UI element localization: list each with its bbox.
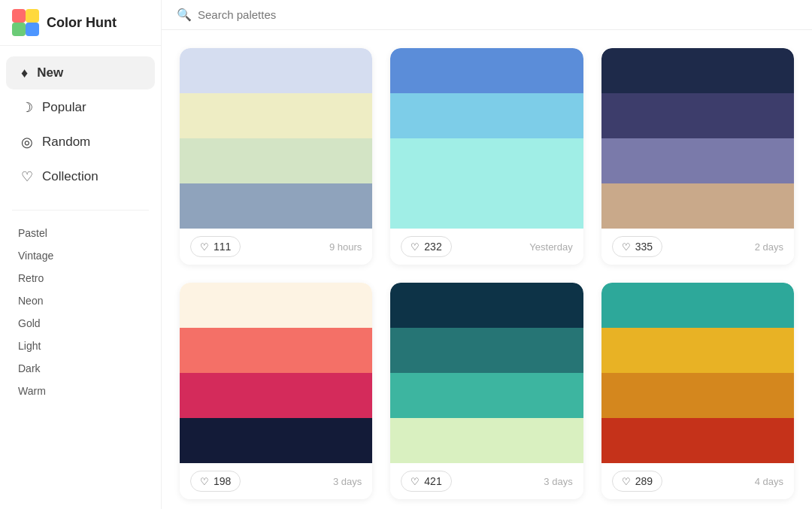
svg-rect-2 [12,23,26,36]
palette-footer-6: ♡2894 days [601,463,794,499]
color-strip-6-4 [601,418,794,463]
tag-light[interactable]: Light [15,335,146,356]
palette-colors-6 [601,283,794,463]
color-strip-3-1 [601,48,794,93]
palette-card-3[interactable]: ♡3352 days [601,48,794,265]
color-strip-1-3 [180,138,372,183]
search-bar: 🔍 [162,0,812,30]
moon-icon: ☽ [21,101,33,114]
like-count: 232 [424,241,441,253]
color-strip-2-4 [390,183,583,229]
color-strip-6-3 [601,373,794,418]
palette-footer-1: ♡1119 hours [180,229,372,265]
heart-icon: ♡ [200,476,209,487]
tag-pastel[interactable]: Pastel [15,223,146,244]
like-count: 111 [214,241,231,253]
heart-icon: ♡ [622,476,631,487]
color-strip-2-2 [390,93,583,138]
tag-dark[interactable]: Dark [15,358,146,379]
palette-card-6[interactable]: ♡2894 days [601,283,794,499]
color-strip-5-4 [390,418,583,463]
color-strip-2-1 [390,48,583,93]
svg-rect-3 [26,23,39,36]
svg-rect-0 [12,9,26,23]
time-label-3: 2 days [755,241,783,253]
color-strip-6-1 [601,283,794,328]
palette-colors-5 [390,283,583,463]
time-label-1: 9 hours [329,241,362,253]
color-strip-5-3 [390,373,583,418]
nav-item-new[interactable]: ♦ New [6,56,155,89]
palette-card-5[interactable]: ♡4213 days [390,283,583,499]
like-count: 335 [635,241,653,253]
palette-footer-2: ♡232Yesterday [390,229,583,265]
color-strip-4-3 [180,373,372,418]
palette-colors-2 [390,48,583,229]
logo-icon [12,9,39,36]
spiral-icon: ◎ [21,135,33,149]
nav-item-popular[interactable]: ☽ Popular [6,91,155,124]
tag-list: Pastel Vintage Retro Neon Gold Light Dar… [0,217,161,408]
palette-card-2[interactable]: ♡232Yesterday [390,48,583,265]
main-content: 🔍 ♡1119 hours♡232Yesterday♡3352 days♡198… [162,0,812,509]
nav-divider [12,210,149,211]
nav-label-popular: Popular [42,100,86,115]
tag-gold[interactable]: Gold [15,313,146,334]
palette-footer-3: ♡3352 days [601,229,794,265]
heart-icon: ♡ [622,241,631,253]
like-count: 289 [635,475,653,487]
palette-card-1[interactable]: ♡1119 hours [180,48,372,265]
color-strip-3-3 [601,138,794,183]
color-strip-4-1 [180,283,372,328]
diamond-icon: ♦ [21,66,28,80]
color-strip-1-4 [180,183,372,229]
like-button-1[interactable]: ♡111 [190,236,241,257]
color-strip-1-2 [180,93,372,138]
like-button-5[interactable]: ♡421 [401,471,451,492]
tag-vintage[interactable]: Vintage [15,245,146,266]
nav-label-collection: Collection [42,169,98,184]
time-label-6: 4 days [755,476,783,487]
color-strip-4-2 [180,328,372,373]
color-strip-3-2 [601,93,794,138]
palette-footer-4: ♡1983 days [180,463,372,499]
heart-icon: ♡ [200,241,209,253]
nav-item-collection[interactable]: ♡ Collection [6,160,155,193]
like-button-4[interactable]: ♡198 [190,471,241,492]
color-strip-5-2 [390,328,583,373]
like-button-2[interactable]: ♡232 [401,236,451,257]
time-label-2: Yesterday [529,241,572,253]
sidebar: Color Hunt ♦ New ☽ Popular ◎ Random ♡ Co… [0,0,162,509]
tag-retro[interactable]: Retro [15,268,146,289]
time-label-4: 3 days [333,476,362,487]
nav-items: ♦ New ☽ Popular ◎ Random ♡ Collection [0,46,161,204]
color-strip-2-3 [390,138,583,183]
heart-icon: ♡ [411,241,420,253]
like-count: 198 [214,475,231,487]
svg-rect-1 [26,9,39,23]
search-input[interactable] [198,8,797,21]
tag-warm[interactable]: Warm [15,380,146,401]
palette-colors-4 [180,283,372,463]
app-title: Color Hunt [47,15,117,31]
like-count: 421 [424,475,441,487]
color-strip-1-1 [180,48,372,93]
heart-icon: ♡ [411,476,420,487]
palette-colors-3 [601,48,794,229]
tag-neon[interactable]: Neon [15,290,146,311]
palette-footer-5: ♡4213 days [390,463,583,499]
like-button-6[interactable]: ♡289 [612,471,662,492]
nav-label-random: Random [42,135,90,150]
logo-area: Color Hunt [0,0,161,46]
color-strip-5-1 [390,283,583,328]
like-button-3[interactable]: ♡335 [612,236,662,257]
nav-item-random[interactable]: ◎ Random [6,126,155,159]
color-strip-3-4 [601,183,794,229]
time-label-5: 3 days [544,476,572,487]
palette-colors-1 [180,48,372,229]
heart-outline-icon: ♡ [21,170,33,183]
palette-grid: ♡1119 hours♡232Yesterday♡3352 days♡1983 … [162,30,812,509]
nav-label-new: New [37,65,63,80]
palette-card-4[interactable]: ♡1983 days [180,283,372,499]
search-icon: 🔍 [177,8,192,22]
